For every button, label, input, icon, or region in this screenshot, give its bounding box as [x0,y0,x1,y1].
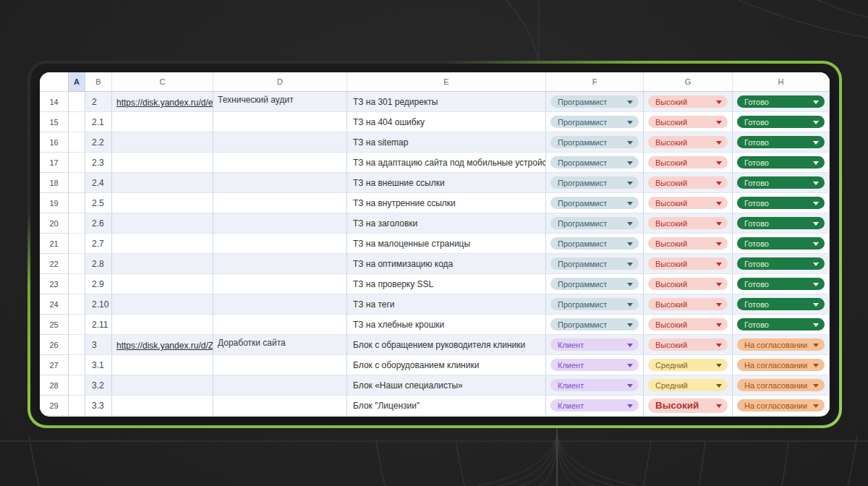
cell-f-role[interactable]: Клиент [546,355,644,375]
status-dropdown-chip[interactable]: На согласовании [737,399,825,412]
cell-d-section[interactable] [213,213,347,234]
priority-dropdown-chip[interactable]: Высокий [648,116,728,128]
select-all-corner[interactable] [40,72,69,92]
role-dropdown-chip[interactable]: Программист [550,237,639,250]
cell-f-role[interactable]: Программист [546,315,644,335]
cell-h-status[interactable]: Готово [733,112,830,132]
cell-a[interactable] [69,335,85,355]
cell-b-number[interactable]: 2.7 [85,234,112,254]
cell-h-status[interactable]: На согласовании [733,355,830,375]
cell-c-link[interactable] [112,112,213,132]
row-header-21[interactable]: 21 [40,234,69,254]
cell-c-link[interactable] [112,274,213,294]
cell-a[interactable] [69,153,85,173]
row-header-25[interactable]: 25 [40,315,69,335]
cell-c-link[interactable] [112,294,213,315]
cell-e-task[interactable]: ТЗ на проверку SSL [347,274,546,294]
cell-c-link[interactable] [112,132,213,153]
cell-d-section[interactable] [213,294,347,315]
cell-d-section[interactable] [213,112,347,132]
cell-f-role[interactable]: Программист [546,193,644,213]
cell-a[interactable] [69,193,85,213]
cell-c-link[interactable] [112,234,213,254]
cell-e-task[interactable]: ТЗ на 404 ошибку [347,112,546,132]
cell-d-section[interactable] [213,274,347,294]
cell-c-link[interactable]: https://disk.yandex.ru/d/e [112,92,213,112]
status-dropdown-chip[interactable]: Готово [737,217,825,229]
cell-c-link[interactable] [112,173,213,193]
cell-g-priority[interactable]: Высокий [644,254,733,274]
cell-a[interactable] [69,315,85,335]
cell-f-role[interactable]: Программист [546,254,644,274]
role-dropdown-chip[interactable]: Клиент [550,359,639,371]
cell-h-status[interactable]: Готово [733,254,830,274]
cell-h-status[interactable]: Готово [733,294,830,315]
cell-b-number[interactable]: 3.2 [85,375,112,396]
row-header-26[interactable]: 26 [40,335,69,355]
cell-d-section[interactable] [213,153,347,173]
priority-dropdown-chip[interactable]: Высокий [648,318,728,331]
cell-e-task[interactable]: ТЗ на заголовки [347,213,546,234]
cell-f-role[interactable]: Программист [546,294,644,315]
cell-b-number[interactable]: 3.3 [85,396,112,416]
role-dropdown-chip[interactable]: Программист [550,136,639,148]
status-dropdown-chip[interactable]: На согласовании [737,338,825,351]
cell-b-number[interactable]: 3.1 [85,355,112,375]
role-dropdown-chip[interactable]: Программист [550,176,639,189]
priority-dropdown-chip[interactable]: Высокий [648,217,728,229]
cell-a[interactable] [69,173,85,193]
cell-g-priority[interactable]: Высокий [644,396,733,416]
priority-dropdown-chip[interactable]: Высокий [648,338,728,351]
cell-e-task[interactable]: ТЗ на малоценные страницы [347,234,546,254]
status-dropdown-chip[interactable]: Готово [737,176,825,189]
row-header-29[interactable]: 29 [40,396,69,416]
cell-a[interactable] [69,294,85,315]
cell-f-role[interactable]: Программист [546,153,644,173]
cell-h-status[interactable]: На согласовании [733,335,830,355]
cell-f-role[interactable]: Программист [546,213,644,234]
cell-g-priority[interactable]: Высокий [644,132,733,153]
role-dropdown-chip[interactable]: Программист [550,156,639,169]
cell-a[interactable] [69,112,85,132]
row-header-16[interactable]: 16 [40,132,69,153]
cell-h-status[interactable]: Готово [733,274,830,294]
cell-d-section[interactable] [213,234,347,254]
cell-d-section[interactable] [213,132,347,153]
role-dropdown-chip[interactable]: Клиент [550,399,639,412]
role-dropdown-chip[interactable]: Программист [550,217,639,229]
column-header-G[interactable]: G [644,72,733,92]
column-header-D[interactable]: D [213,72,347,92]
row-header-18[interactable]: 18 [40,173,69,193]
cell-c-link[interactable] [112,213,213,234]
cell-b-number[interactable]: 2 [85,92,112,112]
cell-a[interactable] [69,274,85,294]
cell-g-priority[interactable]: Высокий [644,193,733,213]
priority-dropdown-chip[interactable]: Средний [648,359,728,371]
priority-dropdown-chip[interactable]: Высокий [648,298,728,310]
column-header-F[interactable]: F [546,72,644,92]
cell-f-role[interactable]: Клиент [546,375,644,396]
cell-h-status[interactable]: Готово [733,173,830,193]
row-header-14[interactable]: 14 [40,92,69,112]
cell-h-status[interactable]: Готово [733,132,830,153]
row-header-15[interactable]: 15 [40,112,69,132]
cell-f-role[interactable]: Программист [546,92,644,112]
cell-g-priority[interactable]: Высокий [644,294,733,315]
cell-e-task[interactable]: Блок с обращением руководителя клиники [347,335,546,355]
cell-a[interactable] [69,132,85,153]
cell-b-number[interactable]: 2.1 [85,112,112,132]
cell-f-role[interactable]: Программист [546,112,644,132]
role-dropdown-chip[interactable]: Программист [550,318,639,331]
priority-dropdown-chip[interactable]: Высокий [648,237,728,250]
cell-g-priority[interactable]: Высокий [644,153,733,173]
cell-b-number[interactable]: 3 [85,335,112,355]
cell-h-status[interactable]: Готово [733,193,830,213]
column-header-H[interactable]: H [733,72,830,92]
cell-f-role[interactable]: Программист [546,173,644,193]
cell-b-number[interactable]: 2.6 [85,213,112,234]
cell-d-section[interactable] [213,173,347,193]
cell-h-status[interactable]: Готово [733,315,830,335]
status-dropdown-chip[interactable]: Готово [737,298,825,310]
cell-b-number[interactable]: 2.10 [85,294,112,315]
cell-f-role[interactable]: Программист [546,234,644,254]
